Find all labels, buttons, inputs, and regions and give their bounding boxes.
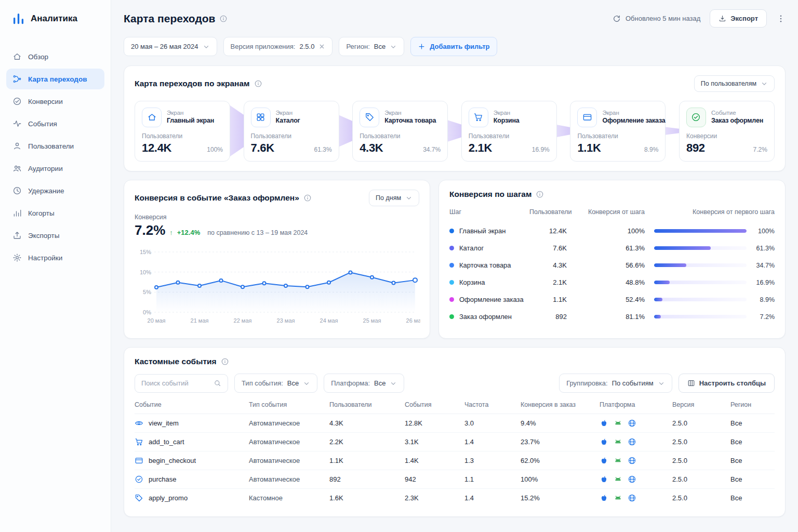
event-count: 2.3K <box>405 494 464 502</box>
funnel-mode-select[interactable]: По пользователям <box>694 75 775 92</box>
region-filter[interactable]: Регион: Все <box>339 37 404 56</box>
sidebar-item-audiences[interactable]: Аудитории <box>6 158 104 179</box>
granularity-select[interactable]: По дням <box>369 190 419 206</box>
event-row-apply-promo[interactable]: apply_promo Кастомное 1.6K 2.3K 1.4 15.2… <box>135 489 775 507</box>
info-icon[interactable] <box>536 190 544 198</box>
search-icon <box>214 379 221 387</box>
info-icon[interactable] <box>303 194 312 202</box>
updated-text: Обновлено 5 мин назад <box>626 15 700 22</box>
step-row[interactable]: Главный экран 12.4K 100% 100% <box>449 222 775 240</box>
sidebar-item-settings[interactable]: Настройки <box>6 247 104 268</box>
export-icon <box>12 231 22 240</box>
android-icon <box>614 475 622 484</box>
version-filter-value: 2.5.0 <box>299 43 314 50</box>
step-conversion: 52.4% <box>567 296 645 303</box>
step-metric-label: Конверсии <box>686 132 767 140</box>
event-search[interactable] <box>135 374 228 393</box>
info-icon[interactable] <box>221 357 229 366</box>
first-step-conversion: 61.3% <box>747 245 775 252</box>
sidebar-item-label: События <box>28 120 57 128</box>
step-kind: Экран <box>384 110 436 116</box>
export-button[interactable]: Экспорт <box>710 9 767 28</box>
step-name: Каталог <box>459 244 484 252</box>
sidebar-item-retention[interactable]: Удержание <box>6 180 104 201</box>
column-header: Регион <box>730 401 775 408</box>
platform-filter[interactable]: Платформа: Все <box>324 374 404 393</box>
refresh-status[interactable]: Обновлено 5 мин назад <box>613 15 700 23</box>
event-name: add_to_cart <box>149 438 184 446</box>
download-icon <box>719 15 726 22</box>
sidebar-item-users[interactable]: Пользователи <box>6 136 104 156</box>
cart-icon <box>473 112 483 122</box>
custom-events-card: Кастомные события Тип события: Все Платф… <box>124 347 786 517</box>
funnel-step-main-screen[interactable]: ЭкранГлавный экран Пользователи 12.4K100… <box>135 101 230 162</box>
grouping-select[interactable]: Группировка: По событиям <box>559 374 672 393</box>
svg-text:0%: 0% <box>143 309 151 315</box>
event-count: 1.4K <box>405 457 464 464</box>
progress-bar <box>654 315 747 318</box>
configure-columns-button[interactable]: Настроить столбцы <box>679 374 775 393</box>
conversion-compare: по сравнению с 13 – 19 мая 2024 <box>207 229 308 236</box>
event-row-begin-checkout[interactable]: begin_checkout Автоматическое 1.1K 1.4K … <box>135 451 775 470</box>
step-row[interactable]: Карточка товара 4.3K 56.6% 34.7% <box>449 257 775 274</box>
progress-bar <box>654 298 747 301</box>
event-conversion: 9.4% <box>521 419 600 427</box>
event-row-add-to-cart[interactable]: add_to_cart Автоматическое 2.2K 3.1K 1.4… <box>135 433 775 451</box>
step-metric-label: Пользователи <box>251 132 332 140</box>
add-filter-label: Добавить фильтр <box>430 43 489 50</box>
android-icon <box>614 456 622 465</box>
step-percent: 7.2% <box>753 146 767 153</box>
step-conversion: 61.3% <box>567 244 645 252</box>
search-input[interactable] <box>141 379 209 387</box>
sidebar-item-events[interactable]: События <box>6 113 104 134</box>
page-title: Карта переходов <box>124 12 215 25</box>
event-row-purchase[interactable]: purchase Автоматическое 892 942 1.1 100%… <box>135 470 775 489</box>
cart-icon <box>135 437 143 446</box>
sidebar-item-conversions[interactable]: Конверсии <box>6 91 104 112</box>
sidebar-item-overview[interactable]: Обзор <box>6 46 104 67</box>
event-row-view-item[interactable]: view_item Автоматическое 4.3K 12.8K 3.0 … <box>135 414 775 433</box>
sidebar-item-cohorts[interactable]: Когорты <box>6 203 104 223</box>
step-value: 892 <box>686 141 705 155</box>
step-row[interactable]: Оформление заказа 1.1K 52.4% 8.9% <box>449 291 775 308</box>
funnel-step-cart[interactable]: ЭкранКорзина Пользователи 2.1K16.9% <box>461 101 557 162</box>
funnel-step-checkout[interactable]: ЭкранОформление заказа Пользователи 1.1K… <box>570 101 666 162</box>
event-region: Все <box>730 475 775 483</box>
step-row[interactable]: Корзина 2.1K 48.8% 16.9% <box>449 274 775 291</box>
refresh-icon[interactable] <box>613 15 621 23</box>
sidebar-item-exports[interactable]: Экспорты <box>6 225 104 246</box>
android-icon <box>614 494 622 502</box>
kebab-menu-icon[interactable] <box>776 14 786 23</box>
plus-icon <box>418 43 425 50</box>
event-conversion: 62.0% <box>521 457 600 464</box>
event-type-filter[interactable]: Тип события: Все <box>234 374 317 393</box>
info-icon[interactable] <box>254 79 262 88</box>
conversion-card: Конверсия в событие «Заказ оформлен» По … <box>124 180 430 339</box>
chevron-down-icon <box>390 43 397 50</box>
funnel-step-product-card[interactable]: ЭкранКарточка товара Пользователи 4.3K34… <box>352 101 448 162</box>
event-name: view_item <box>149 419 179 427</box>
funnel-steps: ЭкранГлавный экран Пользователи 12.4K100… <box>135 100 775 162</box>
funnel-step-catalog[interactable]: ЭкранКаталог Пользователи 7.6K61.3% <box>244 101 339 162</box>
user-icon <box>12 141 22 151</box>
funnel-step-order-complete[interactable]: СобытиеЗаказ оформлен Конверсии 8927.2% <box>679 101 775 162</box>
event-type: Автоматическое <box>249 438 329 446</box>
step-row[interactable]: Каталог 7.6K 61.3% 61.3% <box>449 240 775 257</box>
event-type: Автоматическое <box>249 419 329 427</box>
events-title: Кастомные события <box>135 357 217 366</box>
add-filter-button[interactable]: Добавить фильтр <box>410 37 497 56</box>
events-toolbar: Тип события: Все Платформа: Все Группиро… <box>135 374 775 393</box>
step-value: 2.1K <box>469 141 492 155</box>
event-region: Все <box>730 494 775 502</box>
progress-bar <box>654 263 747 267</box>
date-range-filter[interactable]: 20 мая – 26 мая 2024 <box>124 37 217 56</box>
info-icon[interactable] <box>219 15 228 23</box>
app-version-filter[interactable]: Версия приложения: 2.5.0 <box>223 37 333 56</box>
sidebar-item-flow-map[interactable]: Карта переходов <box>6 69 104 89</box>
remove-filter-icon[interactable] <box>318 43 325 50</box>
step-row[interactable]: Заказ оформлен 892 81.1% 7.2% <box>449 308 775 325</box>
chevron-down-icon <box>203 43 210 50</box>
event-count: 12.8K <box>405 419 464 427</box>
event-version: 2.5.0 <box>672 438 730 446</box>
check-circle-icon <box>12 97 22 106</box>
